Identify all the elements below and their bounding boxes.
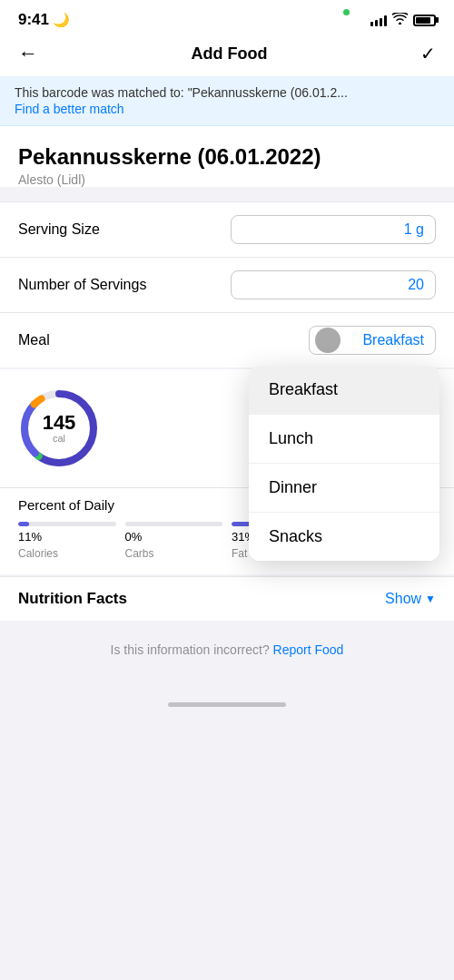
nutrition-facts-row: Nutrition Facts Show ▼ xyxy=(0,576,454,621)
macro-carbs: 0% Carbs xyxy=(125,522,223,560)
serving-size-row: Serving Size xyxy=(0,201,454,257)
chevron-down-icon: ▼ xyxy=(425,593,436,605)
home-indicator xyxy=(0,675,454,721)
calories-value: 145 xyxy=(43,413,76,433)
dropdown-item-dinner[interactable]: Dinner xyxy=(249,464,439,513)
calories-pct: 11% xyxy=(18,530,116,544)
servings-input[interactable] xyxy=(231,270,436,299)
status-bar: 9:41 🌙 xyxy=(0,0,454,34)
nav-bar: ← Add Food ✓ xyxy=(0,34,454,76)
macro-calories: 11% Calories xyxy=(18,522,116,560)
servings-row: Number of Servings xyxy=(0,257,454,312)
form-section: Serving Size Number of Servings Meal Bre… xyxy=(0,201,454,368)
status-icons xyxy=(370,13,436,27)
donut-chart: 145 cal xyxy=(18,387,100,469)
home-bar xyxy=(168,702,286,707)
meal-row: Meal Breakfast Breakfast Lunch Dinner Sn… xyxy=(0,312,454,368)
show-nutrition-button[interactable]: Show ▼ xyxy=(385,591,436,607)
signal-icon xyxy=(370,14,387,26)
serving-size-input[interactable] xyxy=(231,215,436,244)
show-label: Show xyxy=(385,591,421,607)
status-time: 9:41 🌙 xyxy=(18,11,70,29)
food-brand: Alesto (Lidl) xyxy=(18,172,436,187)
calories-label: cal xyxy=(43,433,76,444)
calories-macro-label: Calories xyxy=(18,547,116,560)
meal-label: Meal xyxy=(18,332,50,348)
dropdown-item-breakfast[interactable]: Breakfast xyxy=(249,366,439,415)
confirm-button[interactable]: ✓ xyxy=(420,43,436,64)
servings-label: Number of Servings xyxy=(18,277,146,293)
nutrition-facts-label: Nutrition Facts xyxy=(18,590,127,608)
food-name: Pekannusskerne (06.01.2022) xyxy=(18,144,436,171)
wifi-icon xyxy=(392,13,408,27)
picker-knob xyxy=(315,328,340,353)
back-button[interactable]: ← xyxy=(18,42,38,65)
page-title: Add Food xyxy=(192,44,268,64)
meal-picker[interactable]: Breakfast xyxy=(309,326,436,355)
food-info: Pekannusskerne (06.01.2022) Alesto (Lidl… xyxy=(0,126,454,187)
find-better-match-link[interactable]: Find a better match xyxy=(15,102,439,116)
serving-size-label: Serving Size xyxy=(18,221,100,238)
battery-icon xyxy=(413,15,436,26)
footer-text: Is this information incorrect? xyxy=(111,642,270,657)
banner-text: This barcode was matched to: "Pekannussk… xyxy=(15,85,348,100)
dropdown-item-lunch[interactable]: Lunch xyxy=(249,415,439,464)
dropdown-item-snacks[interactable]: Snacks xyxy=(249,513,439,561)
carbs-label: Carbs xyxy=(125,547,223,560)
carbs-pct: 0% xyxy=(125,530,223,544)
barcode-banner: This barcode was matched to: "Pekannussk… xyxy=(0,76,454,126)
green-dot-indicator xyxy=(343,9,350,15)
report-food-button[interactable]: Report Food xyxy=(273,642,344,657)
footer-section: Is this information incorrect? Report Fo… xyxy=(0,624,454,675)
moon-icon: 🌙 xyxy=(53,12,70,28)
meal-value: Breakfast xyxy=(362,332,424,348)
meal-dropdown: Breakfast Lunch Dinner Snacks xyxy=(249,366,439,561)
